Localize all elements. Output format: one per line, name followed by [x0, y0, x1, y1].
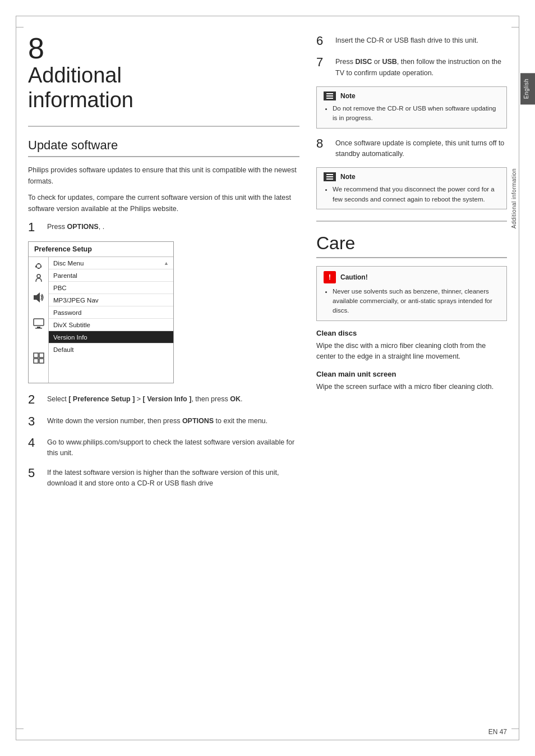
svg-point-5: [37, 274, 40, 278]
pref-icon-3: [30, 311, 47, 336]
svg-marker-7: [36, 292, 40, 303]
pref-item-arrow: ▲: [164, 260, 169, 266]
pref-item-parental: Parental: [49, 269, 173, 282]
step-3-content: Write down the version number, then pres…: [47, 414, 299, 427]
note-icon-line-2: [326, 95, 333, 97]
pref-table-header: Preference Setup: [29, 242, 173, 257]
step-4-content: Go to www.philips.com/support to check t…: [47, 436, 299, 459]
pref-icon-2: [30, 285, 47, 310]
page-border-right: [519, 16, 519, 740]
note-box-2: Note We recommend that you disconnect th…: [316, 167, 507, 209]
note-1-bullet: Do not remove the CD-R or USB when softw…: [333, 104, 500, 123]
svg-rect-2: [38, 268, 39, 269]
svg-rect-8: [34, 319, 44, 326]
clean-screen-text: Wipe the screen surface with a micro fib…: [316, 382, 507, 392]
page-footer: EN 47: [488, 728, 507, 736]
note-1-header: Note: [324, 91, 500, 100]
chapter-number: 8: [28, 32, 44, 65]
pref-icon-4: [30, 336, 47, 381]
note-icon-2: [324, 172, 336, 181]
chapter-divider: [28, 126, 299, 127]
svg-rect-13: [34, 359, 38, 363]
pref-items-column: Disc Menu ▲ Parental PBC MP3/JPEG Nav Pa…: [49, 257, 173, 383]
step-2-number: 2: [28, 392, 41, 407]
step-1-content: Press OPTIONS, .: [47, 220, 299, 232]
note-icon-1: [324, 91, 336, 100]
page-border-top: [16, 16, 519, 16]
note-1-label: Note: [340, 92, 356, 100]
note-icon-line-3: [326, 98, 333, 99]
caution-bullet: Never use solvents such as benzene, thin…: [333, 287, 500, 316]
left-column: 8 Additionalinformation Update software …: [28, 34, 299, 728]
note-icon-line-5: [326, 176, 333, 177]
note-icon-line-4: [326, 174, 333, 175]
pref-item-divx: DivX Subtitle: [49, 319, 173, 331]
step-6: 6 Insert the CD-R or USB flash drive to …: [316, 34, 507, 48]
chapter-title: Additionalinformation: [28, 63, 299, 112]
step-8-content: Once software update is complete, this u…: [335, 136, 507, 160]
step-4: 4 Go to www.philips.com/support to check…: [28, 436, 299, 459]
pref-item-version-info: Version Info: [49, 331, 173, 343]
step-7: 7 Press DISC or USB, then follow the ins…: [316, 55, 507, 79]
step-3: 3 Write down the version number, then pr…: [28, 414, 299, 429]
svg-rect-11: [34, 353, 38, 358]
clean-discs-text: Wipe the disc with a micro fiber cleanin…: [316, 341, 507, 363]
tick-top-right: [511, 27, 519, 28]
note-icon-lines-1: [326, 93, 333, 99]
page-border-bottom: [16, 740, 519, 740]
step-2-content: Select [ Preference Setup ] > [ Version …: [47, 392, 299, 405]
intro-text-1: Philips provides software updates to ens…: [28, 165, 299, 187]
pref-icons-column: [29, 257, 49, 383]
step-2: 2 Select [ Preference Setup ] > [ Versio…: [28, 392, 299, 407]
svg-rect-12: [39, 353, 44, 358]
step-7-content: Press DISC or USB, then follow the instr…: [335, 55, 507, 79]
english-side-tab: English: [520, 73, 535, 104]
pref-item-pbc: PBC: [49, 282, 173, 294]
svg-rect-14: [39, 359, 44, 363]
pref-item-password: Password: [49, 306, 173, 319]
additional-info-side-text: Additional information: [511, 168, 517, 228]
clean-screen-heading: Clean main unit screen: [316, 370, 507, 378]
svg-rect-10: [35, 328, 42, 329]
note-icon-line-6: [326, 178, 333, 180]
tick-top-left: [16, 27, 24, 28]
note-2-header: Note: [324, 172, 500, 181]
care-heading: Care: [316, 233, 507, 258]
step-8: 8 Once software update is complete, this…: [316, 136, 507, 160]
step-3-number: 3: [28, 414, 41, 429]
step-1-number: 1: [28, 220, 41, 235]
page-border-left: [16, 16, 16, 740]
note-2-content: We recommend that you disconnect the pow…: [333, 185, 500, 204]
chapter-heading: 8 Additionalinformation: [28, 34, 299, 112]
care-divider: [316, 221, 507, 222]
svg-point-0: [36, 264, 41, 268]
step-1: 1 Press OPTIONS, .: [28, 220, 299, 235]
svg-rect-1: [38, 263, 39, 264]
note-2-bullet: We recommend that you disconnect the pow…: [333, 185, 500, 204]
step-6-content: Insert the CD-R or USB flash drive to th…: [335, 34, 507, 46]
note-1-content: Do not remove the CD-R or USB when softw…: [333, 104, 500, 123]
note-icon-lines-2: [326, 174, 333, 180]
step-4-number: 4: [28, 436, 41, 450]
caution-content: Never use solvents such as benzene, thin…: [333, 287, 500, 316]
note-icon-line-1: [326, 93, 333, 94]
svg-rect-6: [34, 295, 36, 300]
preference-setup-table: Preference Setup: [28, 241, 174, 383]
step-7-number: 7: [316, 55, 330, 70]
tick-bottom-left: [16, 728, 24, 729]
svg-rect-4: [40, 266, 41, 268]
pref-table-body: Disc Menu ▲ Parental PBC MP3/JPEG Nav Pa…: [29, 257, 173, 383]
tick-bottom-right: [511, 728, 519, 729]
clean-discs-heading: Clean discs: [316, 329, 507, 337]
svg-rect-9: [37, 327, 40, 328]
caution-box: ! Caution! Never use solvents such as be…: [316, 266, 507, 321]
main-content: 8 Additionalinformation Update software …: [28, 34, 507, 728]
right-column: 6 Insert the CD-R or USB flash drive to …: [316, 34, 507, 728]
caution-label: Caution!: [340, 273, 368, 281]
intro-text-2: To check for updates, compare the curren…: [28, 193, 299, 214]
step-5-content: If the latest software version is higher…: [47, 466, 299, 489]
pref-item-disc-menu: Disc Menu ▲: [49, 257, 173, 269]
step-6-number: 6: [316, 34, 330, 48]
step-8-number: 8: [316, 136, 330, 151]
pref-icon-1: [30, 259, 47, 284]
